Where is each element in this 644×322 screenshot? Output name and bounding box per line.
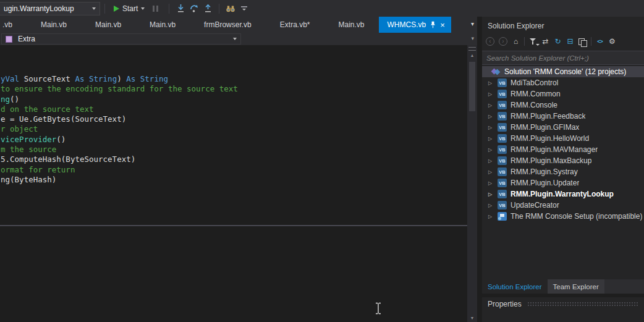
vb-icon: VB — [498, 90, 507, 98]
tab-team-explorer[interactable]: Team Explorer — [548, 279, 604, 294]
vb-icon: VB — [498, 101, 507, 109]
code-editor[interactable]: yVal SourceText As String) As Stringto e… — [0, 45, 467, 322]
tree-item[interactable]: ▷VBRMM.Plugin.Feedback — [482, 111, 644, 122]
solution-explorer-title: Solution Explorer — [488, 22, 544, 30]
pause-icon — [153, 6, 155, 12]
step-out-button[interactable] — [201, 2, 214, 15]
step-into-icon — [176, 4, 185, 13]
collapse-all-icon[interactable]: ⊟ — [564, 36, 576, 48]
pause-icon — [156, 6, 158, 12]
expander-icon[interactable]: ▷ — [488, 80, 498, 86]
document-tab[interactable]: .vb — [0, 17, 27, 33]
tree-item[interactable]: ▷VBRMM.Plugin.HelloWorld — [482, 133, 644, 144]
vb-icon: VB — [498, 167, 507, 176]
document-tab[interactable]: Main.vb — [135, 17, 190, 33]
types-dropdown-value: Extra — [18, 35, 233, 43]
start-label: Start — [122, 4, 138, 13]
document-tab[interactable]: Main.vb — [27, 17, 81, 33]
scrollbar-split-grip[interactable] — [468, 47, 476, 51]
expander-icon[interactable]: ▷ — [488, 214, 498, 219]
editor-split-handle[interactable] — [0, 225, 467, 226]
tree-item[interactable]: ▷VBRMM.Common — [482, 88, 644, 100]
tree-item[interactable]: ▷The RMM Console Setup (incompatible) — [482, 211, 644, 222]
document-tab[interactable]: Extra.vb* — [266, 17, 324, 33]
code-line: ng(ByteHash) — [1, 175, 238, 185]
setup-icon — [498, 212, 507, 221]
tree-item[interactable]: ▷VBMdiTabControl — [482, 77, 644, 88]
step-into-button[interactable] — [174, 2, 187, 15]
visual-studio-window: ugin.WarrantyLookup Start — [0, 0, 644, 322]
tab-list-dropdown-icon[interactable]: ▾ — [471, 21, 474, 27]
tree-item-label: RMM.Plugin.GFIMax — [511, 123, 579, 132]
view-code-icon[interactable]: <> — [594, 36, 606, 48]
expander-icon[interactable]: ▷ — [488, 192, 498, 197]
tree-item[interactable]: ▷VBUpdateCreator — [482, 200, 644, 211]
pin-icon[interactable] — [430, 21, 436, 28]
search-input[interactable] — [482, 51, 644, 64]
expander-icon[interactable]: ▷ — [488, 169, 498, 175]
filter-icon[interactable] — [527, 36, 539, 48]
drag-grip[interactable] — [527, 302, 638, 307]
tree-item[interactable]: ▷VBRMM.Console — [482, 100, 644, 111]
document-tab[interactable]: Main.vb — [324, 17, 378, 33]
vb-icon: VB — [498, 123, 507, 132]
document-tab[interactable]: frmBrowser.vb — [190, 17, 266, 33]
types-dropdown[interactable]: Extra — [1, 33, 241, 44]
expander-icon[interactable]: ▷ — [488, 147, 498, 153]
scroll-up-icon[interactable]: ▲ — [467, 53, 477, 57]
solution-icon — [491, 67, 501, 76]
expander-icon[interactable]: ▷ — [488, 103, 498, 108]
close-icon[interactable]: × — [440, 21, 445, 29]
expander-icon[interactable]: ▷ — [488, 114, 498, 119]
vb-icon: VB — [498, 201, 507, 210]
chevron-down-icon — [233, 38, 237, 40]
tree-item[interactable]: Solution 'RMM Console' (12 projects) — [482, 66, 644, 77]
expander-icon[interactable]: ▷ — [488, 136, 498, 142]
find-in-files-button[interactable] — [224, 2, 237, 15]
mouse-text-cursor — [375, 302, 382, 315]
back-icon[interactable]: ‹ — [486, 37, 494, 46]
step-over-button[interactable] — [187, 2, 201, 15]
tree-item-label: MdiTabControl — [511, 78, 558, 87]
tree-item[interactable]: ▷VBRMM.Plugin.MaxBackup — [482, 155, 644, 166]
document-tab[interactable]: WHMCS.vb× — [379, 17, 451, 33]
code-line: d on the source text — [1, 104, 238, 114]
tree-item[interactable]: ▷VBRMM.Plugin.MAVManager — [482, 144, 644, 155]
tree-item[interactable]: ▷VBRMM.Plugin.Systray — [482, 166, 644, 177]
sync-with-active-document-icon[interactable]: ⇄ — [540, 36, 551, 48]
chevron-down-icon — [141, 7, 145, 10]
toolbar-separator — [524, 37, 525, 46]
solution-configurations-combo[interactable]: ugin.WarrantyLookup — [0, 2, 100, 15]
tab-solution-explorer[interactable]: Solution Explorer — [482, 279, 548, 294]
play-icon — [114, 6, 119, 12]
code-line: ng() — [1, 95, 238, 104]
tree-item[interactable]: ▷VBRMM.Plugin.GFIMax — [482, 122, 644, 133]
document-tab[interactable]: Main.vb — [81, 17, 135, 33]
expander-icon[interactable]: ▷ — [488, 125, 498, 130]
pause-button[interactable] — [153, 6, 158, 12]
expander-icon[interactable]: ▷ — [488, 203, 498, 208]
expander-icon[interactable]: ▷ — [488, 180, 498, 186]
code-line: to ensure the encoding standard for the … — [1, 84, 238, 94]
editor-vertical-scrollbar[interactable]: ▲ ▼ — [467, 45, 477, 322]
show-all-files-icon[interactable] — [577, 36, 588, 48]
tree-item-label: RMM.Common — [511, 90, 561, 98]
tree-item[interactable]: ▷VBRMM.Plugin.Updater — [482, 177, 644, 189]
forward-icon[interactable]: › — [499, 37, 507, 46]
expander-icon[interactable]: ▷ — [488, 91, 498, 97]
home-icon[interactable]: ⌂ — [510, 36, 522, 48]
tree-item-label: RMM.Plugin.MAVManager — [511, 145, 598, 154]
start-debug-button[interactable]: Start — [109, 2, 149, 15]
properties-icon[interactable]: ⚙ — [606, 36, 618, 48]
vb-icon: VB — [498, 112, 507, 121]
code-line: ormat for return — [1, 165, 238, 175]
vertical-splitter[interactable] — [477, 17, 482, 322]
scrollbar-thumb[interactable] — [469, 62, 475, 111]
navbar-options-icon[interactable]: ▾ — [471, 36, 474, 41]
scroll-down-icon[interactable]: ▼ — [467, 316, 477, 320]
refresh-icon[interactable]: ↻ — [552, 36, 564, 48]
expander-icon[interactable]: ▷ — [488, 158, 498, 164]
tree-item[interactable]: ▷VBRMM.Plugin.WarrantyLookup — [482, 189, 644, 200]
toolbar-options-icon — [241, 6, 247, 7]
toolbar-options-button[interactable] — [237, 2, 251, 15]
